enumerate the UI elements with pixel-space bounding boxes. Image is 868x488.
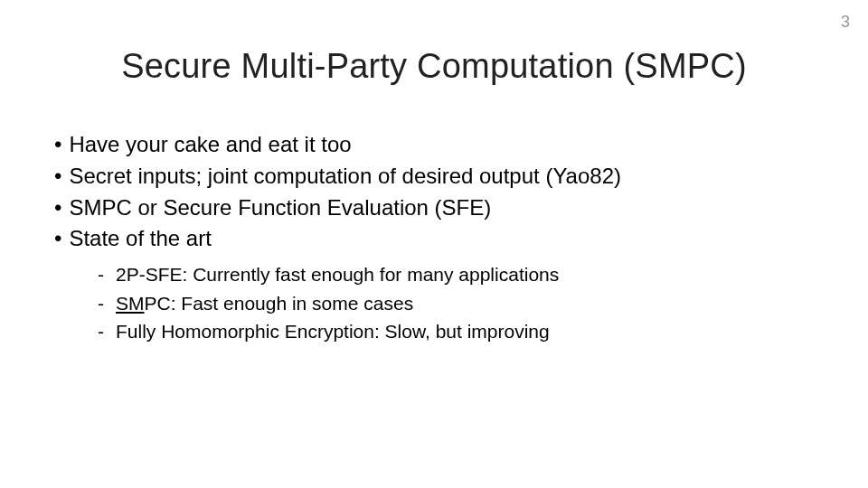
bullet-text: SMPC or Secure Function Evaluation (SFE) [69,192,491,224]
sub-bullet-text: Fully Homomorphic Encryption: Slow, but … [116,317,550,346]
sub-bullet-item: - 2P-SFE: Currently fast enough for many… [98,260,832,289]
sub-bullet-item: - SMPC: Fast enough in some cases [98,289,832,318]
dash-icon: - [98,289,107,318]
bullet-item: • Have your cake and eat it too [54,129,832,161]
sub-bullet-text: 2P-SFE: Currently fast enough for many a… [116,260,559,289]
dash-icon: - [98,260,107,289]
sub-bullet-list: - 2P-SFE: Currently fast enough for many… [54,260,832,346]
bullet-item: • State of the art [54,223,832,255]
underlined-prefix: SM [116,293,145,314]
sub-bullet-text: SMPC: Fast enough in some cases [116,289,413,318]
bullet-text: Secret inputs; joint computation of desi… [69,161,621,192]
bullet-dot-icon: • [54,129,61,161]
bullet-dot-icon: • [54,223,61,255]
dash-icon: - [98,317,107,346]
bullet-text: State of the art [69,223,211,255]
bullet-text: Have your cake and eat it too [69,129,351,161]
slide-body: • Have your cake and eat it too • Secret… [0,129,868,346]
bullet-dot-icon: • [54,161,61,192]
bullet-dot-icon: • [54,192,61,224]
slide-title: Secure Multi-Party Computation (SMPC) [0,47,868,86]
bullet-item: • SMPC or Secure Function Evaluation (SF… [54,192,832,224]
page-number: 3 [841,13,850,32]
bullet-item: • Secret inputs; joint computation of de… [54,161,832,192]
sub-bullet-item: - Fully Homomorphic Encryption: Slow, bu… [98,317,832,346]
